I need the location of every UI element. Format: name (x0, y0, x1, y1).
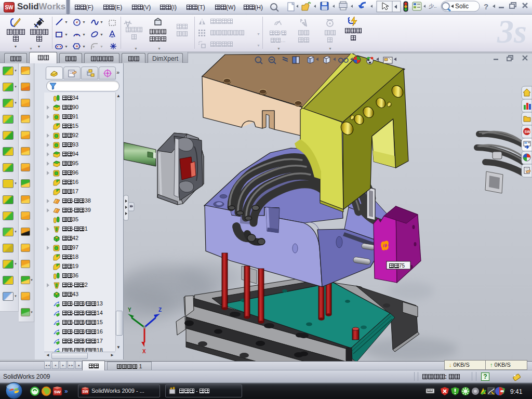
svg-text:Y: Y (128, 307, 131, 313)
svg-text:X: X (142, 349, 146, 354)
svg-text:SW: SW (83, 390, 89, 393)
svg-text:Solic: Solic (455, 3, 469, 10)
svg-text:少..: 少.. (429, 3, 437, 9)
svg-text:»: » (64, 388, 68, 395)
svg-text:SW: SW (54, 390, 61, 394)
svg-text:?: ? (484, 2, 488, 11)
svg-text:Z: Z (158, 307, 162, 313)
svg-text:SW: SW (525, 130, 531, 134)
